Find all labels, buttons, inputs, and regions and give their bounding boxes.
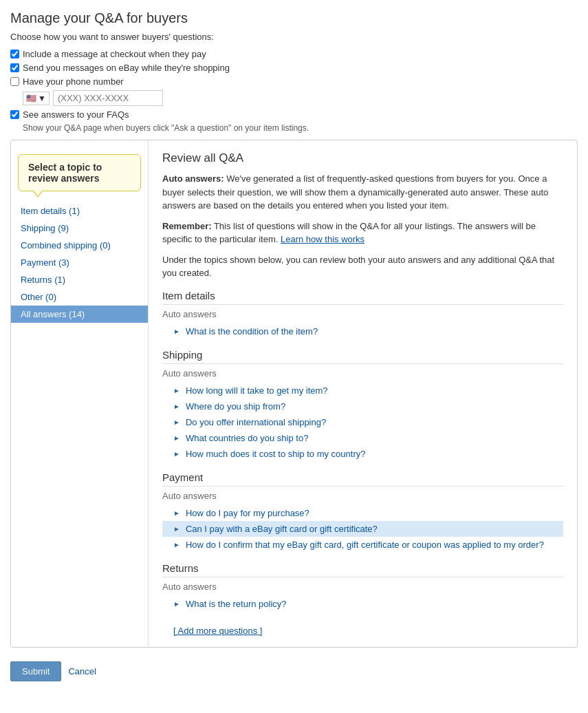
under-text: Under the topics shown below, you can re… — [162, 253, 563, 280]
sidebar-link-payment[interactable]: Payment (3) — [21, 257, 69, 268]
include-message-checkbox[interactable] — [10, 50, 19, 58]
learn-link[interactable]: Learn how this works — [281, 234, 364, 244]
sidebar-item-combined-shipping[interactable]: Combined shipping (0) — [11, 237, 148, 254]
qa-item: ► How do I pay for my purchase? — [162, 505, 563, 521]
qa-item: ► What is the return policy? — [162, 596, 563, 612]
qa-item: ► How long will it take to get my item? — [162, 383, 563, 398]
send-messages-label: Send you messages on eBay while they're … — [23, 63, 230, 73]
arrow-icon: ► — [173, 403, 180, 410]
section-header-item-details: Item details — [162, 290, 563, 305]
sub-header-payment: Auto answers — [162, 491, 563, 501]
content-heading: Review all Q&A — [162, 151, 563, 165]
tooltip-bubble: Select a topic to review answers — [18, 154, 141, 191]
qa-item: ► Where do you ship from? — [162, 398, 563, 414]
sidebar-item-returns[interactable]: Returns (1) — [11, 271, 148, 288]
sidebar-link-shipping[interactable]: Shipping (9) — [21, 223, 69, 233]
qa-item-highlighted: ► Can I pay with a eBay gift card or gif… — [162, 521, 563, 537]
bottom-buttons: Submit Cancel — [10, 661, 578, 681]
sidebar-link-other[interactable]: Other (0) — [21, 292, 56, 302]
qa-link[interactable]: How do I confirm that my eBay gift card,… — [186, 540, 544, 550]
send-messages-checkbox[interactable] — [10, 63, 19, 72]
have-phone-checkbox[interactable] — [10, 77, 19, 86]
qa-item: ► How much does it cost to ship to my co… — [162, 446, 563, 462]
auto-answers-intro: Auto answers: We've generated a list of … — [162, 172, 563, 213]
sidebar-link-combined-shipping[interactable]: Combined shipping (0) — [21, 240, 111, 251]
section-header-shipping: Shipping — [162, 349, 563, 364]
sidebar-item-all-answers[interactable]: All answers (14) — [11, 306, 148, 323]
include-message-label: Include a message at checkout when they … — [23, 49, 206, 59]
submit-button[interactable]: Submit — [10, 661, 61, 681]
arrow-icon: ► — [173, 434, 180, 442]
have-phone-label: Have your phone number — [23, 76, 124, 87]
remember-text: Remember: This list of questions will sh… — [162, 220, 563, 246]
arrow-icon: ► — [173, 509, 180, 517]
qa-link[interactable]: What is the condition of the item? — [186, 326, 318, 337]
remember-label: Remember: — [162, 221, 212, 231]
phone-flag[interactable]: 🇺🇸 ▼ — [23, 92, 50, 105]
qa-link[interactable]: Do you offer international shipping? — [186, 417, 326, 427]
sidebar-item-payment[interactable]: Payment (3) — [11, 254, 148, 271]
see-faqs-label: See answers to your FAQs — [23, 109, 129, 120]
add-more-link[interactable]: [ Add more questions ] — [173, 626, 262, 636]
arrow-icon: ► — [173, 450, 180, 458]
dropdown-arrow-icon: ▼ — [38, 94, 46, 103]
section-header-payment: Payment — [162, 471, 563, 487]
sidebar-item-other[interactable]: Other (0) — [11, 288, 148, 306]
arrow-icon: ► — [173, 600, 180, 608]
qa-item: ► What is the condition of the item? — [162, 323, 563, 339]
sidebar-nav: Item details (1) Shipping (9) Combined s… — [11, 202, 148, 323]
auto-answers-label: Auto answers: — [162, 173, 224, 184]
arrow-icon: ► — [173, 525, 180, 533]
sub-header-shipping: Auto answers — [162, 368, 563, 379]
sidebar: Select a topic to review answers Item de… — [11, 140, 149, 647]
qa-link[interactable]: How do I pay for my purchase? — [186, 508, 309, 518]
phone-input[interactable] — [53, 90, 163, 106]
sidebar-link-returns[interactable]: Returns (1) — [21, 275, 65, 285]
qa-item: ► Do you offer international shipping? — [162, 414, 563, 430]
cancel-button[interactable]: Cancel — [68, 666, 96, 677]
qa-item: ► What countries do you ship to? — [162, 430, 563, 446]
main-content: Review all Q&A Auto answers: We've gener… — [149, 140, 577, 647]
see-faqs-checkbox[interactable] — [10, 110, 19, 119]
qa-link[interactable]: Can I pay with a eBay gift card or gift … — [186, 524, 378, 534]
sidebar-link-item-details[interactable]: Item details (1) — [21, 206, 80, 216]
arrow-icon: ► — [173, 328, 180, 335]
qa-link[interactable]: Where do you ship from? — [186, 401, 285, 412]
page-subtitle: Choose how you want to answer buyers' qu… — [10, 32, 578, 42]
section-header-returns: Returns — [162, 562, 563, 577]
faq-desc: Show your Q&A page when buyers click "As… — [23, 123, 578, 133]
arrow-icon: ► — [173, 418, 180, 426]
arrow-icon: ► — [173, 387, 180, 394]
sidebar-link-all-answers[interactable]: All answers (14) — [21, 309, 85, 319]
page-title: Manage your Q&A for buyers — [10, 10, 578, 26]
qa-link[interactable]: What is the return policy? — [186, 599, 287, 609]
qa-link[interactable]: How long will it take to get my item? — [186, 385, 328, 396]
sidebar-item-item-details[interactable]: Item details (1) — [11, 202, 148, 220]
qa-item: ► How do I confirm that my eBay gift car… — [162, 537, 563, 553]
arrow-icon: ► — [173, 541, 180, 549]
flag-icon: 🇺🇸 — [26, 94, 36, 103]
tooltip-text: Select a topic to review answers — [28, 162, 102, 184]
qa-link[interactable]: What countries do you ship to? — [186, 433, 309, 443]
sub-header-returns: Auto answers — [162, 582, 563, 592]
sidebar-item-shipping[interactable]: Shipping (9) — [11, 220, 148, 237]
qa-link[interactable]: How much does it cost to ship to my coun… — [186, 449, 366, 459]
sub-header-item-details: Auto answers — [162, 309, 563, 319]
